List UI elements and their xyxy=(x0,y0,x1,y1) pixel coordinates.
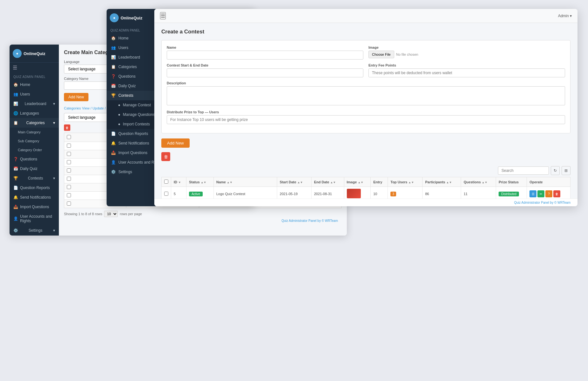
description-textarea[interactable] xyxy=(167,86,565,105)
th-id[interactable]: ID ▼ xyxy=(171,177,186,187)
hamburger-back[interactable]: ☰ xyxy=(10,63,59,73)
date-label: Contest Start & End Date xyxy=(167,63,363,67)
nav-home-back[interactable]: 🏠Home xyxy=(10,80,59,89)
delete-btn[interactable]: 🗑 xyxy=(553,190,560,197)
top-bar-contests: ☰ Admin ▾ xyxy=(154,9,578,23)
questions-icon-back: ❓ xyxy=(13,157,18,161)
edit-btn[interactable]: ✏ xyxy=(537,190,544,197)
distribute-label: Distribute Prize to Top --- Users xyxy=(167,110,565,114)
notif-icon-mid: 🔔 xyxy=(111,141,116,145)
nav-daily-quiz-back[interactable]: 📅Daily Quiz xyxy=(10,164,59,173)
entry-fee-col: Entry Fee Points xyxy=(368,63,565,77)
refresh-btn[interactable]: ↻ xyxy=(551,166,560,175)
home-icon-back: 🏠 xyxy=(13,82,18,87)
th-name[interactable]: Name ▲▼ xyxy=(214,177,277,187)
select-all-contests[interactable] xyxy=(164,180,168,184)
import-icon-mid: 📥 xyxy=(111,151,116,155)
view-btn[interactable]: ☰ xyxy=(529,190,536,197)
leaderboard-icon-mid: 📊 xyxy=(111,55,116,60)
search-input[interactable] xyxy=(498,166,549,175)
qreports-icon-back: 📄 xyxy=(13,186,18,190)
dot-icon-import: ● xyxy=(118,122,120,126)
hamburger-front[interactable]: ☰ xyxy=(160,12,166,19)
th-prize-status: Prize Status xyxy=(496,177,527,187)
table-toolbar-contests: ↻ ⊞ xyxy=(161,166,570,175)
th-start-date[interactable]: Start Date ▲▼ xyxy=(277,177,312,187)
daily-quiz-icon-back: 📅 xyxy=(13,166,18,171)
select-all-categories[interactable] xyxy=(67,135,71,139)
bulk-delete-btn[interactable]: 🗑 xyxy=(64,124,70,131)
sidebar-categories: ● OnlineQuiz ☰ Quiz Admin Panel 🏠Home 👥U… xyxy=(10,45,59,236)
qreports-icon-mid: 📄 xyxy=(111,131,116,136)
nav-leaderboard-back[interactable]: 📊Leaderboard▾ xyxy=(10,99,59,109)
page-title-contests: Create a Contest xyxy=(161,29,570,35)
users-icon-back: 👥 xyxy=(13,92,18,96)
contest-name-cell: Logo Quiz Contest xyxy=(214,187,277,199)
th-image: Image ▲▼ xyxy=(344,177,371,187)
window-contests: ☰ Admin ▾ Create a Contest Name Image Ch… xyxy=(154,9,578,206)
prize-status-badge: Distributed xyxy=(499,192,519,196)
footer-credit-categories: Quiz Administrator Panel by © WRTeam xyxy=(64,217,342,224)
bulk-delete-contest-btn[interactable]: 🗑 xyxy=(161,152,170,161)
status-badge: Active xyxy=(189,192,203,196)
nav-questions-back[interactable]: ❓Questions xyxy=(10,154,59,164)
distribute-input[interactable] xyxy=(167,115,565,124)
admin-dropdown[interactable]: Admin ▾ xyxy=(558,14,572,18)
main-content-contests: Create a Contest Name Image Choose File … xyxy=(154,23,578,199)
nav-main-category-back[interactable]: Main Category xyxy=(10,128,59,137)
add-new-contest-btn[interactable]: Add New xyxy=(161,138,190,148)
th-status[interactable]: Status ▲▼ xyxy=(186,177,214,187)
image-label: Image xyxy=(368,46,565,49)
contests-icon-mid: 🏆 xyxy=(111,93,116,98)
leaderboard-icon-back: 📊 xyxy=(13,102,18,106)
languages-icon-back: 🌐 xyxy=(13,111,18,116)
logo-icon-mid: ● xyxy=(110,13,119,22)
choose-file-btn[interactable]: Choose File xyxy=(368,51,394,58)
table-footer-categories: Showing 1 to 8 of 8 rows 10 25 50 rows p… xyxy=(64,211,342,217)
nav-category-order-back[interactable]: Category Order xyxy=(10,145,59,154)
useracc-icon-mid: 👤 xyxy=(111,160,116,165)
dot-icon-manage-q: ● xyxy=(118,112,120,117)
logo-area-back: ● OnlineQuiz xyxy=(10,45,59,63)
questions-icon-mid: ❓ xyxy=(111,74,116,79)
contest-name-input[interactable] xyxy=(167,51,363,60)
nav-user-accounts-back[interactable]: 👤User Accounts and Rights xyxy=(10,212,59,226)
questions-btn[interactable]: ? xyxy=(545,190,552,197)
page-footer-contests: Quiz Administrator Panel by © WRTeam xyxy=(154,199,578,206)
rows-per-page-select[interactable]: 10 25 50 xyxy=(104,211,118,217)
form-row-1: Name Image Choose File No file chosen xyxy=(167,46,565,60)
nav-languages-back[interactable]: 🌐Languages xyxy=(10,109,59,118)
date-range-input[interactable]: 04/06/2021 - 10/06/2021 xyxy=(167,68,363,77)
file-input-group: Choose File No file chosen xyxy=(368,51,565,58)
grid-view-btn[interactable]: ⊞ xyxy=(562,166,570,175)
nav-sub-category-back[interactable]: Sub Category xyxy=(10,137,59,145)
th-end-date[interactable]: End Date ▲▼ xyxy=(311,177,344,187)
useracc-icon-back: 👤 xyxy=(13,216,18,221)
nav-users-back[interactable]: 👥Users xyxy=(10,89,59,99)
nav-import-back[interactable]: 📥Import Questions xyxy=(10,202,59,212)
th-questions[interactable]: Questions ▲▼ xyxy=(461,177,496,187)
th-top-users[interactable]: Top Users ▲▼ xyxy=(388,177,423,187)
date-col: Contest Start & End Date 04/06/2021 - 10… xyxy=(167,63,363,77)
home-icon-mid: 🏠 xyxy=(111,36,116,40)
nav-settings-back[interactable]: ⚙️Settings▾ xyxy=(10,226,59,235)
nav-contests-back[interactable]: 🏆Contests▾ xyxy=(10,173,59,183)
entry-fee-label: Entry Fee Points xyxy=(368,63,565,67)
logo-text-mid: OnlineQuiz xyxy=(121,16,143,20)
image-col: Image Choose File No file chosen xyxy=(368,46,565,60)
nav-send-notif-back[interactable]: 🔔Send Notifications xyxy=(10,193,59,202)
add-new-category-btn[interactable]: Add New xyxy=(64,93,88,101)
settings-icon-mid: ⚙️ xyxy=(111,170,116,174)
categories-icon-back: 📋 xyxy=(13,121,18,125)
top-users-badge: 3 xyxy=(390,192,396,196)
entry-fee-input[interactable] xyxy=(368,68,565,77)
daily-quiz-icon-mid: 📅 xyxy=(111,84,116,88)
nav-categories-back[interactable]: 📋Categories▾ xyxy=(10,118,59,128)
nav-question-reports-back[interactable]: 📄Question Reports xyxy=(10,183,59,193)
users-icon-mid: 👥 xyxy=(111,46,116,50)
file-name-label: No file chosen xyxy=(396,53,418,56)
distribute-col: Distribute Prize to Top --- Users xyxy=(167,110,565,124)
logo-icon-back: ● xyxy=(13,49,22,58)
th-participants[interactable]: Participants ▲▼ xyxy=(423,177,461,187)
delete-row-area: 🗑 xyxy=(161,152,570,164)
